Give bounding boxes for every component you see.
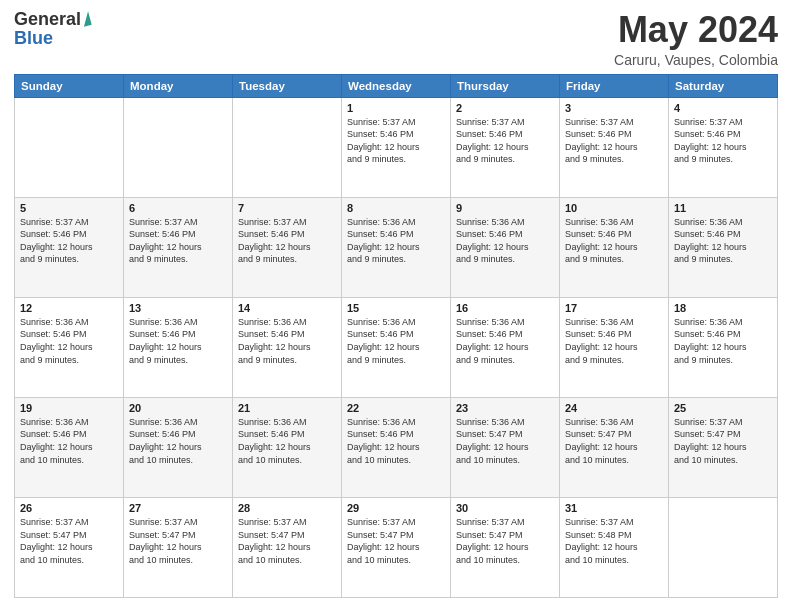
title-block: May 2024 Caruru, Vaupes, Colombia (614, 10, 778, 68)
day-info: Sunrise: 5:36 AM Sunset: 5:46 PM Dayligh… (456, 316, 554, 366)
day-number: 13 (129, 302, 227, 314)
day-info: Sunrise: 5:36 AM Sunset: 5:46 PM Dayligh… (674, 316, 772, 366)
day-info: Sunrise: 5:37 AM Sunset: 5:46 PM Dayligh… (129, 216, 227, 266)
day-number: 3 (565, 102, 663, 114)
day-number: 8 (347, 202, 445, 214)
day-number: 4 (674, 102, 772, 114)
calendar-cell: 31Sunrise: 5:37 AM Sunset: 5:48 PM Dayli… (560, 497, 669, 597)
calendar-cell: 9Sunrise: 5:36 AM Sunset: 5:46 PM Daylig… (451, 197, 560, 297)
day-info: Sunrise: 5:37 AM Sunset: 5:47 PM Dayligh… (238, 516, 336, 566)
calendar-week-row: 12Sunrise: 5:36 AM Sunset: 5:46 PM Dayli… (15, 297, 778, 397)
day-number: 18 (674, 302, 772, 314)
calendar-cell (669, 497, 778, 597)
calendar-header-tuesday: Tuesday (233, 74, 342, 97)
calendar-cell: 15Sunrise: 5:36 AM Sunset: 5:46 PM Dayli… (342, 297, 451, 397)
day-info: Sunrise: 5:36 AM Sunset: 5:46 PM Dayligh… (129, 316, 227, 366)
day-number: 23 (456, 402, 554, 414)
day-number: 17 (565, 302, 663, 314)
page: General Blue May 2024 Caruru, Vaupes, Co… (0, 0, 792, 612)
calendar-cell: 13Sunrise: 5:36 AM Sunset: 5:46 PM Dayli… (124, 297, 233, 397)
calendar-cell (124, 97, 233, 197)
calendar-cell: 19Sunrise: 5:36 AM Sunset: 5:46 PM Dayli… (15, 397, 124, 497)
day-info: Sunrise: 5:36 AM Sunset: 5:47 PM Dayligh… (565, 416, 663, 466)
day-info: Sunrise: 5:36 AM Sunset: 5:46 PM Dayligh… (347, 316, 445, 366)
calendar-header-sunday: Sunday (15, 74, 124, 97)
day-number: 30 (456, 502, 554, 514)
day-info: Sunrise: 5:37 AM Sunset: 5:46 PM Dayligh… (238, 216, 336, 266)
calendar-week-row: 26Sunrise: 5:37 AM Sunset: 5:47 PM Dayli… (15, 497, 778, 597)
day-number: 26 (20, 502, 118, 514)
day-number: 21 (238, 402, 336, 414)
day-number: 22 (347, 402, 445, 414)
day-number: 29 (347, 502, 445, 514)
calendar-cell: 14Sunrise: 5:36 AM Sunset: 5:46 PM Dayli… (233, 297, 342, 397)
calendar-cell: 28Sunrise: 5:37 AM Sunset: 5:47 PM Dayli… (233, 497, 342, 597)
calendar-cell: 1Sunrise: 5:37 AM Sunset: 5:46 PM Daylig… (342, 97, 451, 197)
day-number: 9 (456, 202, 554, 214)
day-number: 25 (674, 402, 772, 414)
calendar-cell: 11Sunrise: 5:36 AM Sunset: 5:46 PM Dayli… (669, 197, 778, 297)
day-number: 12 (20, 302, 118, 314)
day-number: 19 (20, 402, 118, 414)
calendar-cell: 2Sunrise: 5:37 AM Sunset: 5:46 PM Daylig… (451, 97, 560, 197)
calendar-cell: 12Sunrise: 5:36 AM Sunset: 5:46 PM Dayli… (15, 297, 124, 397)
calendar-cell: 23Sunrise: 5:36 AM Sunset: 5:47 PM Dayli… (451, 397, 560, 497)
day-number: 5 (20, 202, 118, 214)
day-info: Sunrise: 5:37 AM Sunset: 5:48 PM Dayligh… (565, 516, 663, 566)
logo-general-text: General (14, 10, 81, 28)
calendar-cell: 6Sunrise: 5:37 AM Sunset: 5:46 PM Daylig… (124, 197, 233, 297)
calendar-header-thursday: Thursday (451, 74, 560, 97)
header: General Blue May 2024 Caruru, Vaupes, Co… (14, 10, 778, 68)
day-number: 6 (129, 202, 227, 214)
day-info: Sunrise: 5:36 AM Sunset: 5:46 PM Dayligh… (456, 216, 554, 266)
calendar-header-row: SundayMondayTuesdayWednesdayThursdayFrid… (15, 74, 778, 97)
calendar-cell: 25Sunrise: 5:37 AM Sunset: 5:47 PM Dayli… (669, 397, 778, 497)
calendar-header-friday: Friday (560, 74, 669, 97)
day-info: Sunrise: 5:37 AM Sunset: 5:46 PM Dayligh… (456, 116, 554, 166)
day-info: Sunrise: 5:37 AM Sunset: 5:47 PM Dayligh… (456, 516, 554, 566)
calendar-cell: 29Sunrise: 5:37 AM Sunset: 5:47 PM Dayli… (342, 497, 451, 597)
day-info: Sunrise: 5:36 AM Sunset: 5:46 PM Dayligh… (565, 316, 663, 366)
day-info: Sunrise: 5:36 AM Sunset: 5:46 PM Dayligh… (129, 416, 227, 466)
calendar-cell: 22Sunrise: 5:36 AM Sunset: 5:46 PM Dayli… (342, 397, 451, 497)
day-number: 24 (565, 402, 663, 414)
logo-triangle-icon (80, 11, 91, 27)
calendar-header-saturday: Saturday (669, 74, 778, 97)
day-info: Sunrise: 5:36 AM Sunset: 5:46 PM Dayligh… (238, 316, 336, 366)
day-info: Sunrise: 5:37 AM Sunset: 5:47 PM Dayligh… (129, 516, 227, 566)
day-info: Sunrise: 5:36 AM Sunset: 5:46 PM Dayligh… (347, 216, 445, 266)
day-info: Sunrise: 5:37 AM Sunset: 5:46 PM Dayligh… (347, 116, 445, 166)
calendar-header-wednesday: Wednesday (342, 74, 451, 97)
day-number: 2 (456, 102, 554, 114)
calendar-cell: 24Sunrise: 5:36 AM Sunset: 5:47 PM Dayli… (560, 397, 669, 497)
day-info: Sunrise: 5:36 AM Sunset: 5:46 PM Dayligh… (347, 416, 445, 466)
calendar-cell: 3Sunrise: 5:37 AM Sunset: 5:46 PM Daylig… (560, 97, 669, 197)
calendar-cell: 7Sunrise: 5:37 AM Sunset: 5:46 PM Daylig… (233, 197, 342, 297)
calendar-cell: 4Sunrise: 5:37 AM Sunset: 5:46 PM Daylig… (669, 97, 778, 197)
calendar-cell: 17Sunrise: 5:36 AM Sunset: 5:46 PM Dayli… (560, 297, 669, 397)
day-info: Sunrise: 5:36 AM Sunset: 5:46 PM Dayligh… (674, 216, 772, 266)
calendar-week-row: 19Sunrise: 5:36 AM Sunset: 5:46 PM Dayli… (15, 397, 778, 497)
day-number: 28 (238, 502, 336, 514)
calendar-cell: 5Sunrise: 5:37 AM Sunset: 5:46 PM Daylig… (15, 197, 124, 297)
calendar-subtitle: Caruru, Vaupes, Colombia (614, 52, 778, 68)
day-number: 10 (565, 202, 663, 214)
calendar-header-monday: Monday (124, 74, 233, 97)
day-info: Sunrise: 5:36 AM Sunset: 5:46 PM Dayligh… (20, 316, 118, 366)
day-info: Sunrise: 5:37 AM Sunset: 5:46 PM Dayligh… (674, 116, 772, 166)
day-number: 14 (238, 302, 336, 314)
day-number: 11 (674, 202, 772, 214)
day-number: 7 (238, 202, 336, 214)
calendar-table: SundayMondayTuesdayWednesdayThursdayFrid… (14, 74, 778, 598)
calendar-cell: 30Sunrise: 5:37 AM Sunset: 5:47 PM Dayli… (451, 497, 560, 597)
day-info: Sunrise: 5:37 AM Sunset: 5:47 PM Dayligh… (347, 516, 445, 566)
day-info: Sunrise: 5:37 AM Sunset: 5:46 PM Dayligh… (565, 116, 663, 166)
day-info: Sunrise: 5:37 AM Sunset: 5:46 PM Dayligh… (20, 216, 118, 266)
logo: General Blue (14, 10, 90, 49)
day-number: 20 (129, 402, 227, 414)
day-info: Sunrise: 5:36 AM Sunset: 5:46 PM Dayligh… (238, 416, 336, 466)
calendar-cell: 8Sunrise: 5:36 AM Sunset: 5:46 PM Daylig… (342, 197, 451, 297)
day-info: Sunrise: 5:36 AM Sunset: 5:46 PM Dayligh… (565, 216, 663, 266)
calendar-cell (15, 97, 124, 197)
calendar-cell: 20Sunrise: 5:36 AM Sunset: 5:46 PM Dayli… (124, 397, 233, 497)
